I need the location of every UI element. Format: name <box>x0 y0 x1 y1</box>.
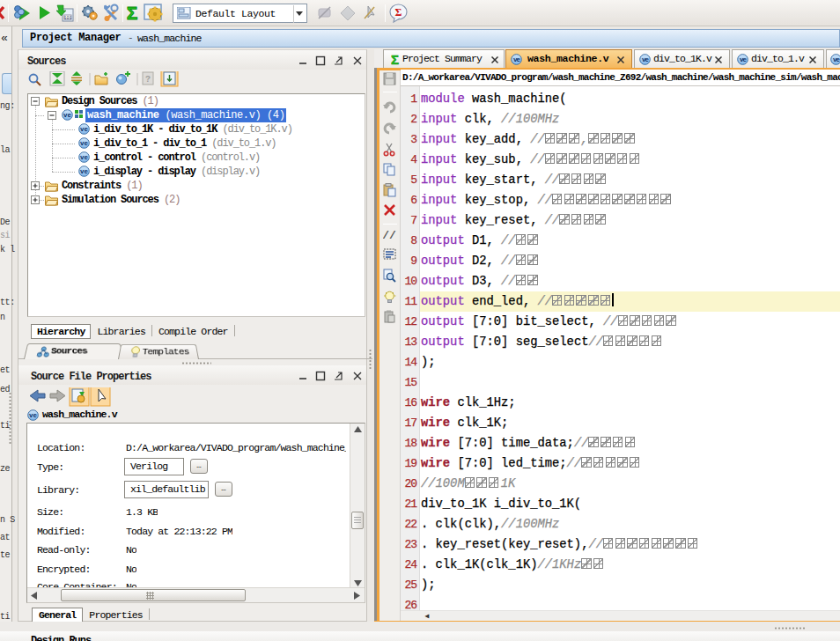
svg-text:ve: ve <box>29 412 38 419</box>
svg-text:Σ: Σ <box>391 53 399 66</box>
svg-text:ve: ve <box>63 112 72 119</box>
svg-text:?: ? <box>145 75 151 85</box>
svg-text:ve: ve <box>833 56 840 63</box>
svg-text:Σ: Σ <box>127 3 138 23</box>
svg-text:ve: ve <box>80 168 89 175</box>
svg-text://: // <box>383 229 396 242</box>
svg-text:Σ: Σ <box>395 6 402 18</box>
svg-text:ve: ve <box>80 140 89 147</box>
svg-text:ve: ve <box>80 154 89 161</box>
svg-text:ve: ve <box>80 126 89 133</box>
svg-text:101: 101 <box>63 16 71 21</box>
